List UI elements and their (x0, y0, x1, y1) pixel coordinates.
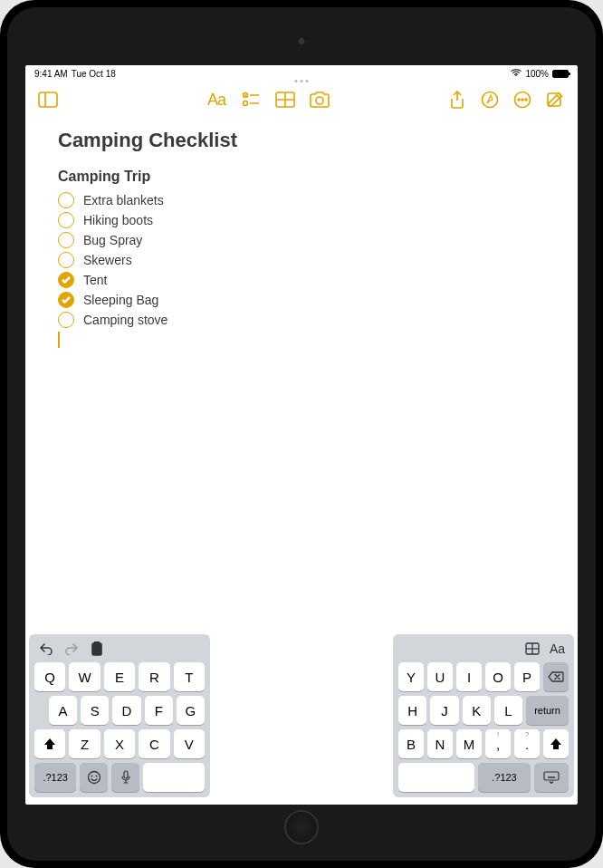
more-icon[interactable] (507, 84, 538, 115)
checklist-item[interactable]: Extra blankets (58, 190, 545, 210)
key-k[interactable]: K (463, 696, 491, 725)
status-bar: 9:41 AM Tue Oct 18 100% (25, 65, 578, 82)
checklist-item[interactable]: Tent (58, 270, 545, 290)
note-heading[interactable]: Camping Trip (58, 169, 545, 185)
camera-icon[interactable] (304, 84, 335, 115)
key-l[interactable]: L (494, 696, 522, 725)
markup-icon[interactable] (474, 84, 505, 115)
checkbox-unchecked-icon[interactable] (58, 252, 74, 268)
share-icon[interactable] (442, 84, 473, 115)
svg-point-19 (88, 772, 100, 784)
key-w[interactable]: W (69, 662, 100, 691)
key-s[interactable]: S (81, 696, 109, 725)
svg-point-10 (316, 97, 323, 104)
key-i[interactable]: I (456, 662, 482, 691)
svg-point-13 (518, 99, 520, 101)
redo-icon[interactable] (63, 641, 80, 657)
shift-key-right[interactable] (543, 729, 569, 758)
key-e[interactable]: E (104, 662, 135, 691)
undo-icon[interactable] (38, 641, 54, 657)
checklist-item-label: Bug Spray (83, 233, 142, 247)
key-b[interactable]: B (398, 729, 424, 758)
key-g[interactable]: G (177, 696, 205, 725)
key-d[interactable]: D (112, 696, 140, 725)
checklist-item[interactable]: Sleeping Bag (58, 290, 545, 310)
shift-key[interactable] (34, 729, 65, 758)
key-r[interactable]: R (139, 662, 169, 691)
text-format-icon[interactable]: Aa (201, 84, 232, 115)
numbers-key-right[interactable]: .?123 (478, 763, 530, 792)
checklist-item-label: Sleeping Bag (83, 293, 158, 307)
space-key-right[interactable] (398, 763, 474, 792)
key-z[interactable]: Z (69, 729, 100, 758)
key-x[interactable]: X (104, 729, 135, 758)
svg-point-15 (525, 99, 527, 101)
key-p[interactable]: P (514, 662, 540, 691)
clipboard-icon[interactable] (89, 641, 105, 657)
key-t[interactable]: T (174, 662, 205, 691)
key-q[interactable]: Q (34, 662, 65, 691)
checkbox-unchecked-icon[interactable] (58, 312, 74, 328)
key-comma[interactable]: ,! (485, 729, 511, 758)
checklist: Extra blanketsHiking bootsBug SpraySkewe… (58, 190, 545, 330)
checklist-item[interactable]: Camping stove (58, 310, 545, 330)
emoji-key[interactable] (80, 763, 108, 792)
checklist-icon[interactable] (235, 84, 266, 115)
key-f[interactable]: F (145, 696, 173, 725)
key-c[interactable]: C (139, 729, 169, 758)
svg-point-11 (483, 92, 498, 108)
home-button[interactable] (284, 810, 319, 844)
status-time: 9:41 AM (34, 69, 68, 79)
battery-icon (552, 70, 569, 78)
battery-percent: 100% (525, 69, 549, 79)
svg-point-0 (516, 75, 517, 76)
backspace-key[interactable] (543, 662, 569, 691)
screen: 9:41 AM Tue Oct 18 100% (25, 65, 578, 805)
key-u[interactable]: U (427, 662, 453, 691)
dictation-key[interactable] (111, 763, 139, 792)
wifi-icon (511, 68, 522, 79)
space-key[interactable] (143, 763, 205, 792)
multitask-dots[interactable] (295, 80, 309, 82)
key-v[interactable]: V (174, 729, 205, 758)
key-j[interactable]: J (430, 696, 458, 725)
table-shortcut-icon[interactable] (524, 641, 541, 657)
ipad-bezel: 9:41 AM Tue Oct 18 100% (7, 7, 596, 861)
text-format-shortcut[interactable]: Aa (550, 641, 565, 657)
table-icon[interactable] (270, 84, 301, 115)
svg-rect-22 (124, 771, 128, 778)
key-a[interactable]: A (49, 696, 77, 725)
checkbox-checked-icon[interactable] (58, 292, 74, 308)
hide-keyboard-key[interactable] (534, 763, 569, 792)
checklist-item-label: Extra blankets (83, 193, 164, 207)
key-n[interactable]: N (427, 729, 453, 758)
numbers-key[interactable]: .?123 (34, 763, 76, 792)
key-period[interactable]: .? (514, 729, 540, 758)
keyboard-right-half: Aa YUIOP HJKLreturn BNM,!.? .?123 (393, 634, 574, 797)
checklist-item[interactable]: Bug Spray (58, 230, 545, 250)
key-h[interactable]: H (398, 696, 426, 725)
note-title[interactable]: Camping Checklist (58, 129, 545, 152)
return-key[interactable]: return (526, 696, 569, 725)
compose-icon[interactable] (540, 84, 570, 115)
svg-rect-18 (95, 642, 100, 645)
checkbox-checked-icon[interactable] (58, 272, 74, 288)
status-date: Tue Oct 18 (72, 69, 116, 79)
keyboard-left-half: QWERT ASDFG ZXCV .?123 (29, 634, 210, 797)
front-camera (299, 38, 305, 44)
svg-point-14 (522, 99, 523, 101)
key-m[interactable]: M (456, 729, 482, 758)
checklist-item[interactable]: Skewers (58, 250, 545, 270)
checklist-item-label: Hiking boots (83, 213, 153, 227)
notes-toolbar: Aa (25, 82, 578, 118)
key-y[interactable]: Y (398, 662, 424, 691)
checklist-item-label: Skewers (83, 253, 132, 267)
checklist-item[interactable]: Hiking boots (58, 210, 545, 230)
ipad-frame: 9:41 AM Tue Oct 18 100% (0, 0, 603, 868)
checkbox-unchecked-icon[interactable] (58, 212, 74, 228)
text-cursor (58, 332, 60, 348)
sidebar-toggle-icon[interactable] (33, 84, 63, 115)
checkbox-unchecked-icon[interactable] (58, 192, 74, 208)
checkbox-unchecked-icon[interactable] (58, 232, 74, 248)
key-o[interactable]: O (485, 662, 511, 691)
